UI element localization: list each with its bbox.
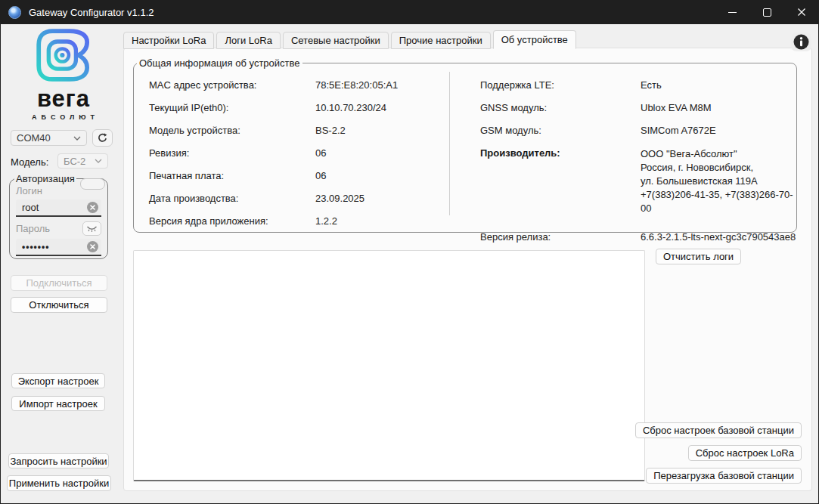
com-port-value: COM40	[17, 132, 51, 144]
auth-group: Авторизация Логин root Пароль •••	[9, 173, 108, 259]
manufacturer-address: ООО "Вега-Абсолют" Россия, г. Нововсибир…	[641, 147, 796, 215]
chevron-down-icon	[73, 136, 81, 141]
tab-network-settings[interactable]: Сетевые настройки	[283, 32, 389, 49]
about-device-pane: Общая информация об устройстве MAC адрес…	[123, 48, 812, 491]
clear-password-button[interactable]	[87, 241, 98, 252]
disconnect-button[interactable]: Отключиться	[11, 297, 107, 313]
device-info-left-column: MAC адрес устройства:78:5E:E8:20:05:A1 Т…	[134, 69, 449, 217]
login-input[interactable]: root	[16, 199, 101, 217]
clear-logs-button[interactable]: Отчистить логи	[656, 249, 741, 264]
info-row-revision: Ревизия:06	[149, 141, 449, 164]
password-label: Пароль	[16, 223, 50, 234]
device-info-group: Общая информация об устройстве MAC адрес…	[133, 57, 797, 233]
auth-group-title: Авторизация	[14, 173, 76, 184]
show-password-button[interactable]	[82, 221, 101, 236]
log-output-area[interactable]	[133, 250, 645, 481]
chevron-down-icon	[95, 159, 102, 163]
model-select[interactable]: БС-2	[57, 153, 108, 169]
password-input[interactable]: •••••••	[16, 239, 101, 256]
clear-icon	[90, 205, 95, 210]
tab-lora-settings[interactable]: Настройки LoRa	[123, 32, 214, 49]
info-row-manufacturer: Производитель: ООО "Вега-Абсолют" Россия…	[480, 147, 796, 215]
device-info-right-column: Поддержка LTE:Есть GNSS модуль:Ublox EVA…	[450, 69, 796, 217]
maximize-icon	[763, 8, 771, 17]
import-settings-button[interactable]: Импорт настроек	[11, 396, 105, 411]
close-button[interactable]	[784, 0, 819, 24]
reset-lora-settings-button[interactable]: Сброс настроек LoRa	[688, 445, 802, 461]
info-row-release-version: Версия релиза:6.6.3-2.1.5-lts-next-gc3c7…	[480, 225, 796, 248]
tab-about-device[interactable]: Об устройстве	[493, 30, 576, 49]
window-body: вега АБСОЛЮТ COM40 Модель: БС-2 Авториза…	[1, 24, 818, 503]
reboot-base-station-button[interactable]: Перезагрузка базовой станции	[646, 468, 802, 484]
logo-sub-text: АБСОЛЮТ	[21, 113, 106, 121]
window-controls	[715, 0, 819, 24]
info-row-gnss: GNSS модуль:Ublox EVA M8M	[480, 96, 796, 119]
auth-pill-decor	[80, 178, 105, 190]
vega-logo: вега АБСОЛЮТ	[21, 27, 106, 121]
about-info-button[interactable]	[791, 32, 811, 51]
minimize-button[interactable]	[715, 0, 749, 24]
connect-button[interactable]: Подключиться	[11, 275, 107, 291]
refresh-com-button[interactable]	[92, 129, 113, 147]
logo-brand-text: вега	[21, 87, 106, 110]
tab-other-settings[interactable]: Прочие настройки	[391, 32, 491, 49]
maximize-button[interactable]	[749, 0, 784, 24]
device-info-group-title: Общая информация об устройстве	[137, 57, 302, 69]
apply-settings-button[interactable]: Применить настройки	[7, 475, 111, 491]
reset-base-station-settings-button[interactable]: Сброс настроек базовой станции	[635, 422, 802, 438]
info-row-ip: Текущий IP(eth0):10.10.70.230/24	[149, 96, 449, 119]
info-icon	[793, 34, 809, 50]
close-icon	[797, 8, 806, 17]
titlebar: Gateway Configurator v1.1.2	[0, 0, 819, 24]
minimize-icon	[728, 12, 737, 13]
login-value: root	[22, 202, 39, 213]
refresh-icon	[97, 132, 108, 144]
app-window: Gateway Configurator v1.1.2	[0, 0, 819, 504]
clear-icon	[90, 244, 95, 249]
model-label: Модель:	[11, 156, 48, 168]
export-settings-button[interactable]: Экспорт настроек	[11, 373, 105, 388]
info-row-production-date: Дата производства:23.09.2025	[149, 187, 449, 209]
com-port-select[interactable]: COM40	[11, 130, 87, 146]
info-row-pcb: Печатная плата:06	[149, 164, 449, 187]
app-icon	[8, 6, 21, 19]
clear-login-button[interactable]	[87, 202, 98, 213]
vega-logo-icon	[33, 27, 95, 83]
info-row-core-version: Версия ядра приложения:1.2.2	[149, 209, 449, 232]
info-row-lte: Поддержка LTE:Есть	[480, 73, 796, 96]
request-settings-button[interactable]: Запросить настройки	[8, 453, 109, 468]
info-row-gsm: GSM модуль:SIMCom A7672E	[480, 119, 796, 141]
tab-bar: Настройки LoRa Логи LoRa Сетевые настрой…	[123, 30, 579, 49]
password-value: •••••••	[22, 242, 49, 252]
info-row-mac: MAC адрес устройства:78:5E:E8:20:05:A1	[149, 73, 449, 96]
eye-closed-icon	[86, 225, 98, 233]
tab-lora-logs[interactable]: Логи LoRa	[216, 32, 280, 49]
window-title: Gateway Configurator v1.1.2	[29, 7, 154, 18]
model-value: БС-2	[64, 156, 85, 167]
info-row-device-model: Модель устройства:BS-2.2	[149, 119, 449, 141]
